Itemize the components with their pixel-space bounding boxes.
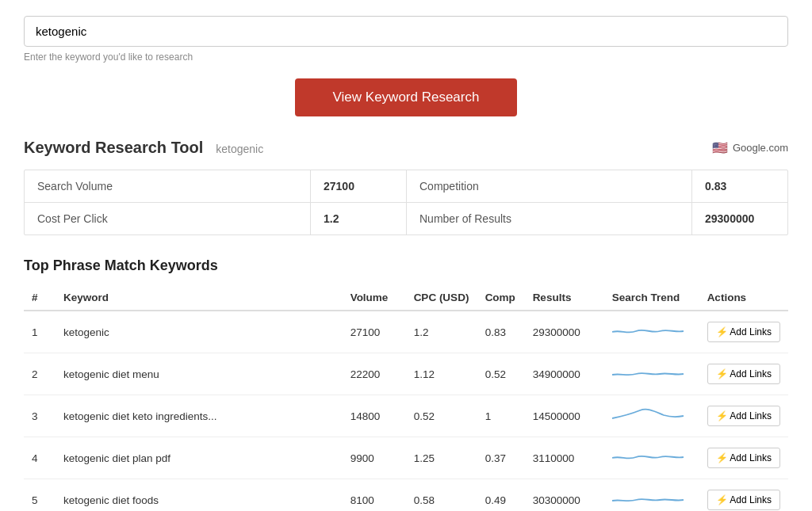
search-input[interactable]: ketogenic — [24, 16, 788, 47]
cell-results: 34900000 — [525, 353, 604, 395]
view-keyword-research-button[interactable]: View Keyword Research — [295, 78, 518, 116]
cell-trend — [604, 437, 699, 479]
cell-keyword: ketogenic diet plan pdf — [56, 437, 343, 479]
col-header-num: # — [24, 285, 56, 311]
cell-actions: ⚡ Add Links — [699, 479, 788, 512]
cell-keyword: ketogenic diet foods — [56, 479, 343, 512]
google-badge: 🇺🇸 Google.com — [712, 140, 788, 155]
cell-volume: 22200 — [343, 353, 406, 395]
metric-label-cpc: Cost Per Click — [25, 203, 311, 235]
cell-volume: 9900 — [343, 437, 406, 479]
cell-actions: ⚡ Add Links — [699, 311, 788, 353]
col-header-actions: Actions — [699, 285, 788, 311]
cell-results: 3110000 — [525, 437, 604, 479]
cell-actions: ⚡ Add Links — [699, 395, 788, 437]
metric-label-competition: Competition — [407, 170, 692, 202]
table-row: 1 ketogenic 27100 1.2 0.83 29300000 ⚡ Ad… — [24, 311, 788, 353]
metrics-left: Search Volume 27100 Cost Per Click 1.2 — [25, 170, 406, 235]
col-header-comp: Comp — [477, 285, 525, 311]
tool-keyword-badge: ketogenic — [216, 143, 263, 155]
add-links-button[interactable]: ⚡ Add Links — [707, 490, 780, 510]
cell-cpc: 1.25 — [406, 437, 477, 479]
phrase-section-title: Top Phrase Match Keywords — [24, 257, 788, 274]
cell-keyword: ketogenic diet menu — [56, 353, 343, 395]
cell-num: 2 — [24, 353, 56, 395]
cell-comp: 1 — [477, 395, 525, 437]
cell-results: 14500000 — [525, 395, 604, 437]
cell-volume: 27100 — [343, 311, 406, 353]
source-label: Google.com — [733, 142, 788, 154]
metric-row-cpc: Cost Per Click 1.2 — [25, 203, 406, 235]
keywords-table: # Keyword Volume CPC (USD) Comp Results … — [24, 285, 788, 511]
col-header-keyword: Keyword — [56, 285, 343, 311]
metric-row-competition: Competition 0.83 — [407, 170, 787, 203]
cell-comp: 0.37 — [477, 437, 525, 479]
table-row: 3 ketogenic diet keto ingredients... 148… — [24, 395, 788, 437]
cell-cpc: 0.52 — [406, 395, 477, 437]
cell-keyword: ketogenic diet keto ingredients... — [56, 395, 343, 437]
add-links-button[interactable]: ⚡ Add Links — [707, 406, 780, 426]
col-header-results: Results — [525, 285, 604, 311]
metric-label-search-volume: Search Volume — [25, 170, 311, 202]
cell-actions: ⚡ Add Links — [699, 353, 788, 395]
cell-results: 30300000 — [525, 479, 604, 512]
tool-title-group: Keyword Research Tool ketogenic — [24, 139, 263, 157]
metric-row-search-volume: Search Volume 27100 — [25, 170, 406, 203]
table-row: 4 ketogenic diet plan pdf 9900 1.25 0.37… — [24, 437, 788, 479]
cell-comp: 0.83 — [477, 311, 525, 353]
metric-value-search-volume: 27100 — [311, 170, 406, 202]
cell-comp: 0.52 — [477, 353, 525, 395]
cell-trend — [604, 395, 699, 437]
metric-label-results: Number of Results — [407, 203, 692, 235]
metrics-grid: Search Volume 27100 Cost Per Click 1.2 C… — [24, 170, 788, 235]
cta-section: View Keyword Research — [24, 78, 788, 116]
cell-trend — [604, 479, 699, 512]
cell-trend — [604, 353, 699, 395]
cell-results: 29300000 — [525, 311, 604, 353]
cell-actions: ⚡ Add Links — [699, 437, 788, 479]
cell-num: 4 — [24, 437, 56, 479]
table-header-row: # Keyword Volume CPC (USD) Comp Results … — [24, 285, 788, 311]
cell-num: 3 — [24, 395, 56, 437]
phrase-section: Top Phrase Match Keywords # Keyword Volu… — [24, 257, 788, 511]
metric-row-results: Number of Results 29300000 — [407, 203, 787, 235]
cell-cpc: 1.12 — [406, 353, 477, 395]
metric-value-results: 29300000 — [692, 203, 787, 235]
cell-comp: 0.49 — [477, 479, 525, 512]
cell-num: 5 — [24, 479, 56, 512]
table-row: 5 ketogenic diet foods 8100 0.58 0.49 30… — [24, 479, 788, 512]
search-hint: Enter the keyword you'd like to research — [24, 51, 788, 63]
cell-num: 1 — [24, 311, 56, 353]
col-header-volume: Volume — [343, 285, 406, 311]
flag-icon: 🇺🇸 — [712, 140, 728, 155]
table-row: 2 ketogenic diet menu 22200 1.12 0.52 34… — [24, 353, 788, 395]
search-section: ketogenic Enter the keyword you'd like t… — [24, 16, 788, 63]
metric-value-competition: 0.83 — [692, 170, 787, 202]
cell-keyword: ketogenic — [56, 311, 343, 353]
cell-cpc: 0.58 — [406, 479, 477, 512]
add-links-button[interactable]: ⚡ Add Links — [707, 322, 780, 342]
col-header-cpc: CPC (USD) — [406, 285, 477, 311]
add-links-button[interactable]: ⚡ Add Links — [707, 448, 780, 468]
tool-header: Keyword Research Tool ketogenic 🇺🇸 Googl… — [24, 139, 788, 157]
cell-trend — [604, 311, 699, 353]
col-header-trend: Search Trend — [604, 285, 699, 311]
cell-volume: 14800 — [343, 395, 406, 437]
metrics-right: Competition 0.83 Number of Results 29300… — [406, 170, 787, 235]
cell-volume: 8100 — [343, 479, 406, 512]
cell-cpc: 1.2 — [406, 311, 477, 353]
tool-title: Keyword Research Tool — [24, 139, 203, 156]
metric-value-cpc: 1.2 — [311, 203, 406, 235]
add-links-button[interactable]: ⚡ Add Links — [707, 364, 780, 384]
